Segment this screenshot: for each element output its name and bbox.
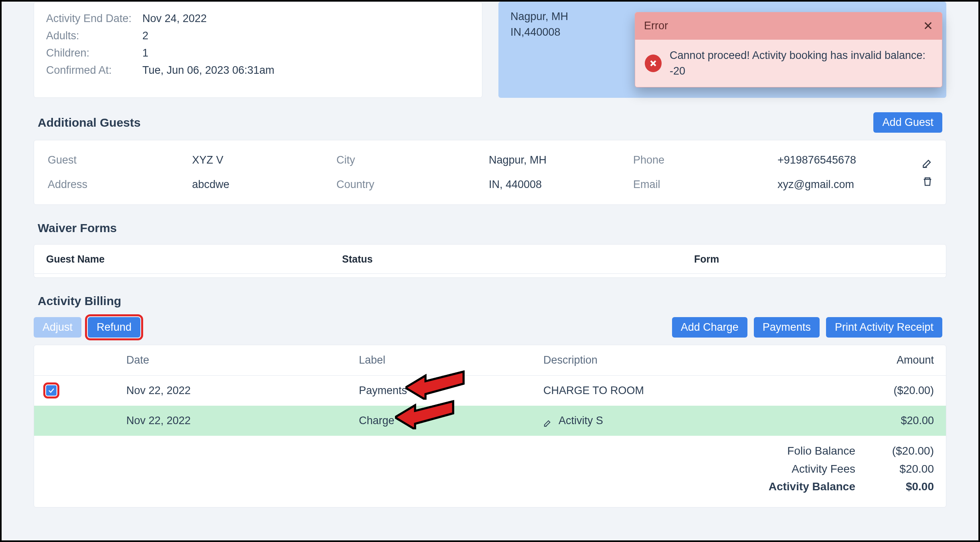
- waiver-col-status: Status: [342, 252, 638, 266]
- guest-city-value: Nagpur, MH: [489, 152, 633, 168]
- children-label: Children:: [46, 45, 142, 61]
- guest-address-value: abcdwe: [192, 177, 336, 192]
- billing-col-label: Label: [359, 352, 543, 368]
- guest-phone-label: Phone: [633, 152, 778, 168]
- guest-email-label: Email: [633, 177, 778, 192]
- row-description: CHARGE TO ROOM: [543, 383, 830, 398]
- payments-button[interactable]: Payments: [754, 317, 820, 338]
- address-panel: Nagpur, MH IN,440008 Error ✕ Cannot proc…: [498, 2, 946, 98]
- guest-address-label: Address: [48, 177, 192, 192]
- children-value: 1: [142, 45, 148, 61]
- activity-end-date-label: Activity End Date:: [46, 11, 142, 26]
- activity-details-panel: Activity End Date: Nov 24, 2022 Adults: …: [34, 2, 482, 98]
- billing-col-amount: Amount: [830, 352, 934, 368]
- waiver-forms-title: Waiver Forms: [38, 219, 117, 237]
- activity-billing-title: Activity Billing: [38, 292, 121, 310]
- guest-country-value: IN, 440008: [489, 177, 633, 192]
- activity-end-date-value: Nov 24, 2022: [142, 11, 207, 26]
- waiver-col-guest-name: Guest Name: [46, 252, 342, 266]
- error-toast-title: Error: [644, 18, 668, 34]
- billing-col-description: Description: [543, 352, 830, 368]
- adults-label: Adults:: [46, 28, 142, 44]
- row-label: Charge: [359, 413, 543, 429]
- row-label: Payments: [359, 383, 543, 398]
- error-toast: Error ✕ Cannot proceed! Activity booking…: [635, 12, 942, 87]
- activity-balance-label: Activity Balance: [743, 479, 855, 495]
- waiver-table-header: Guest Name Status Form: [34, 244, 946, 274]
- folio-balance-value: ($20.00): [870, 443, 934, 459]
- row-date: Nov 22, 2022: [126, 383, 359, 398]
- confirmed-at-label: Confirmed At:: [46, 63, 142, 78]
- print-receipt-button[interactable]: Print Activity Receipt: [826, 317, 942, 338]
- row-description: Activity S: [559, 413, 603, 429]
- billing-col-date: Date: [126, 352, 359, 368]
- error-icon: [645, 55, 662, 72]
- waiver-col-form: Form: [638, 252, 934, 266]
- waiver-table-empty: [34, 274, 946, 278]
- edit-guest-icon[interactable]: [922, 158, 933, 169]
- row-date: Nov 22, 2022: [126, 413, 359, 429]
- close-icon[interactable]: ✕: [923, 17, 933, 35]
- folio-balance-label: Folio Balance: [743, 443, 855, 459]
- activity-balance-value: $0.00: [870, 479, 934, 495]
- guest-city-label: City: [336, 152, 489, 168]
- refund-button[interactable]: Refund: [88, 317, 140, 338]
- billing-row[interactable]: Nov 22, 2022 Payments CHARGE TO ROOM ($2…: [34, 376, 946, 406]
- activity-fees-label: Activity Fees: [743, 461, 855, 477]
- row-amount: ($20.00): [830, 383, 934, 398]
- guest-name-value: XYZ V: [192, 152, 336, 168]
- confirmed-at-value: Tue, Jun 06, 2023 06:31am: [142, 63, 274, 78]
- guest-card: Guest XYZ V City Nagpur, MH Phone +91987…: [34, 140, 946, 205]
- add-guest-button[interactable]: Add Guest: [873, 112, 942, 133]
- add-charge-button[interactable]: Add Charge: [672, 317, 747, 338]
- billing-table: Date Label Description Amount Nov 22, 20…: [34, 345, 946, 508]
- guest-phone-value: +919876545678: [778, 152, 922, 168]
- row-amount: $20.00: [830, 413, 934, 429]
- delete-guest-icon[interactable]: [922, 176, 933, 187]
- additional-guests-title: Additional Guests: [38, 114, 141, 131]
- billing-summary: Folio Balance ($20.00) Activity Fees $20…: [34, 436, 946, 507]
- guest-email-value: xyz@gmail.com: [778, 177, 922, 192]
- error-toast-message: Cannot proceed! Activity booking has inv…: [670, 48, 932, 79]
- adults-value: 2: [142, 28, 148, 44]
- activity-fees-value: $20.00: [870, 461, 934, 477]
- row-checkbox[interactable]: [46, 385, 57, 396]
- adjust-button[interactable]: Adjust: [34, 317, 81, 338]
- edit-row-icon[interactable]: [543, 416, 552, 425]
- guest-country-label: Country: [336, 177, 489, 192]
- billing-table-header: Date Label Description Amount: [34, 345, 946, 376]
- guest-name-label: Guest: [48, 152, 192, 168]
- billing-row[interactable]: Nov 22, 2022 Charge Activity S $20.00: [34, 406, 946, 436]
